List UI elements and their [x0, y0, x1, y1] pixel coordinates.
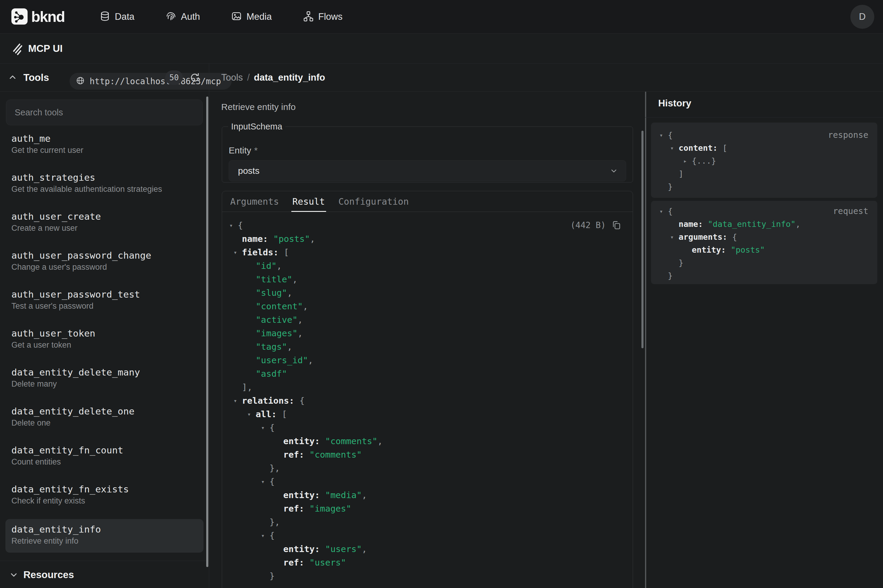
json-line: entity: "posts"	[651, 243, 877, 256]
sidebar-item-data_entity_info[interactable]: data_entity_infoRetrieve entity info	[5, 519, 204, 553]
entity-label: Entity*	[229, 146, 258, 156]
tool-detail-panel: Retrieve entity info InputSchema Entity*…	[209, 92, 645, 588]
json-line[interactable]: ▾relations: {	[222, 394, 633, 407]
json-line: entity: "users",	[222, 542, 633, 556]
breadcrumb-section[interactable]: Tools	[221, 72, 243, 83]
sidebar-item-data_entity_delete_many[interactable]: data_entity_delete_manyDelete many	[0, 363, 209, 402]
json-line[interactable]: ▾arguments: {	[651, 231, 877, 243]
copy-icon[interactable]	[611, 220, 622, 233]
resources-section[interactable]: Resources	[0, 561, 209, 588]
json-line: "content",	[222, 299, 633, 313]
nav-item-media[interactable]: Media	[231, 11, 271, 23]
tool-name: data_entity_delete_one	[11, 406, 203, 417]
nav-item-label: Media	[246, 11, 271, 22]
chevron-down-icon	[610, 167, 618, 177]
tool-description: Get a user token	[11, 340, 203, 350]
tree-toggle-icon[interactable]: ▾	[234, 249, 242, 256]
json-line: name: "data_entity_info",	[651, 218, 877, 231]
tool-name: auth_user_password_test	[11, 289, 203, 300]
tab-configuration[interactable]: Configuration	[339, 191, 409, 212]
json-line: },	[222, 515, 633, 529]
result-json-tree: ▾{(442 B)name: "posts",▾fields: ["id","t…	[222, 212, 633, 583]
json-line[interactable]: ▾{	[222, 475, 633, 488]
bknd-logo-icon[interactable]	[11, 8, 28, 25]
breadcrumb-separator: /	[247, 72, 250, 83]
history-entry-response[interactable]: ▾{response▾content: [▸{...}]}	[651, 123, 877, 198]
tree-toggle-icon[interactable]: ▾	[660, 132, 668, 139]
result-panel: ArgumentsResultConfiguration ▾{(442 B)na…	[222, 191, 633, 588]
sidebar-item-data_entity_fn_count[interactable]: data_entity_fn_countCount entities	[0, 441, 209, 480]
tool-description: Create a new user	[11, 223, 203, 233]
entity-select[interactable]: posts	[229, 160, 626, 182]
json-meta-label: (442 B)	[570, 220, 606, 230]
json-line[interactable]: ▾content: [	[651, 141, 877, 154]
input-schema-fieldset: InputSchema Entity* posts	[222, 122, 633, 183]
tree-toggle-icon[interactable]: ▸	[684, 158, 692, 165]
sidebar-item-auth_user_token[interactable]: auth_user_tokenGet a user token	[0, 324, 209, 363]
tree-toggle-icon[interactable]: ▾	[660, 208, 668, 215]
json-line[interactable]: ▾{	[222, 529, 633, 542]
required-mark: *	[254, 146, 258, 155]
json-line[interactable]: ▾all: [	[222, 407, 633, 421]
nav-item-flows[interactable]: Flows	[303, 11, 343, 23]
sidebar-scrollbar[interactable]	[206, 96, 208, 567]
json-line[interactable]: ▾{request	[651, 205, 877, 218]
tree-toggle-icon[interactable]: ▾	[261, 478, 270, 485]
sidebar-item-auth_me[interactable]: auth_meGet the current user	[0, 129, 209, 168]
json-line: }	[651, 269, 877, 282]
nav-item-auth[interactable]: Auth	[165, 11, 200, 23]
json-line[interactable]: ▾{response	[651, 129, 877, 141]
json-line[interactable]: ▾fields: [	[222, 246, 633, 259]
chevron-up-icon[interactable]	[8, 72, 17, 83]
tab-arguments[interactable]: Arguments	[230, 191, 279, 212]
sidebar-item-data_entity_fn_exists[interactable]: data_entity_fn_existsCheck if entity exi…	[0, 480, 209, 519]
chevron-down-icon[interactable]	[9, 570, 19, 581]
tree-toggle-icon[interactable]: ▾	[261, 424, 270, 431]
tool-description: Count entities	[11, 457, 203, 467]
avatar[interactable]: D	[850, 5, 874, 29]
entity-select-value: posts	[238, 166, 259, 176]
tool-description: Retrieve entity info	[11, 536, 204, 546]
main-scrollbar[interactable]	[642, 130, 643, 348]
json-line[interactable]: ▸{...}	[651, 154, 877, 167]
tree-toggle-icon[interactable]: ▾	[247, 411, 256, 418]
tree-toggle-icon[interactable]: ▾	[234, 397, 242, 404]
history-title: History	[658, 98, 691, 109]
json-line: entity: "media",	[222, 488, 633, 502]
json-meta-label: request	[833, 206, 868, 216]
refresh-icon[interactable]	[189, 72, 201, 84]
history-panel: History ▾{response▾content: [▸{...}]} ▾{…	[645, 92, 883, 588]
search-input[interactable]	[6, 99, 202, 125]
tool-name: data_entity_fn_exists	[11, 484, 203, 495]
json-meta-label: response	[828, 130, 868, 140]
tool-description: Delete one	[11, 418, 203, 428]
tree-toggle-icon[interactable]: ▾	[670, 144, 679, 152]
image-icon	[231, 11, 242, 23]
json-line[interactable]: ▾{	[222, 421, 633, 434]
sidebar-item-auth_strategies[interactable]: auth_strategiesGet the available authent…	[0, 168, 209, 207]
sidebar-item-auth_user_password_change[interactable]: auth_user_password_changeChange a user's…	[0, 246, 209, 285]
tool-name: auth_strategies	[11, 172, 203, 183]
nav-item-data[interactable]: Data	[99, 11, 134, 23]
tree-toggle-icon[interactable]: ▾	[261, 532, 270, 539]
json-line[interactable]: ▾{(442 B)	[222, 219, 633, 232]
tools-sidebar: auth_meGet the current userauth_strategi…	[0, 92, 209, 588]
json-line: }	[222, 569, 633, 583]
sidebar-title: Tools	[23, 63, 49, 92]
tool-name: auth_user_create	[11, 211, 203, 222]
tool-description: Change a user's password	[11, 262, 203, 272]
sidebar-item-data_entity_delete_one[interactable]: data_entity_delete_oneDelete one	[0, 402, 209, 441]
tree-toggle-icon[interactable]: ▾	[229, 222, 238, 229]
resources-title: Resources	[23, 561, 74, 588]
tab-result[interactable]: Result	[292, 191, 325, 212]
brand-name[interactable]: bknd	[31, 0, 64, 34]
breadcrumb: Tools / data_entity_info	[221, 63, 325, 92]
sidebar-item-auth_user_password_test[interactable]: auth_user_password_testTest a user's pas…	[0, 285, 209, 324]
tree-toggle-icon[interactable]: ▾	[670, 234, 679, 241]
nav-item-label: Flows	[318, 11, 343, 22]
sidebar-item-auth_user_create[interactable]: auth_user_createCreate a new user	[0, 207, 209, 246]
json-line: "asdf"	[222, 367, 633, 380]
fingerprint-icon	[165, 11, 176, 23]
history-entry-request[interactable]: ▾{requestname: "data_entity_info",▾argum…	[651, 201, 877, 284]
json-line: name: "posts",	[222, 232, 633, 246]
